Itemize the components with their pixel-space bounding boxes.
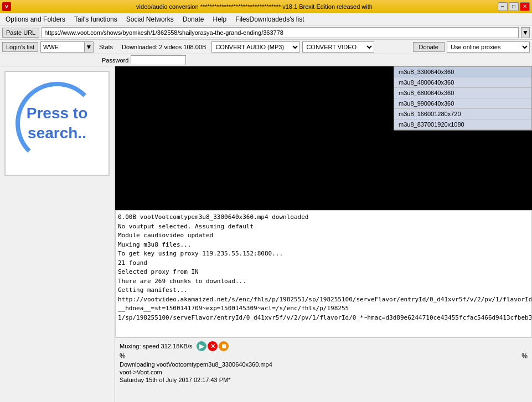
title-bar-text: video/audio conversion *****************… [11,3,498,10]
minimize-button[interactable]: − [498,2,508,11]
log-line: There are 269 chunks to download... [118,277,529,286]
percent-right: % [521,352,528,360]
stop-icon[interactable]: ✕ [208,341,218,351]
log-line: To get key using proxy 119.235.55.152:80… [118,249,529,259]
password-row: Password [0,54,532,66]
video-list-dropdown: m3u8_3300640x360 m3u8_4800640x360 m3u8_6… [394,66,532,130]
speed-text: Muxing: speed 312.18KB/s [120,343,192,349]
menu-social-networks[interactable]: Social Networks [122,14,178,24]
user-input[interactable] [40,41,85,53]
toolbar-row-1: Paste URL ▼ [0,25,532,40]
pause-icon[interactable]: ⏹ [219,341,229,351]
video-list-item-1[interactable]: m3u8_4800640x360 [394,77,531,88]
menu-tails-functions[interactable]: Tail's functions [70,14,122,24]
progress-icons: ▶ ✕ ⏹ [197,341,229,351]
video-container: m3u8_3300640x360 m3u8_4800640x360 m3u8_6… [115,66,532,210]
downloaded-label: Downloaded: 2 videos 108.00B [118,44,209,50]
video-list-item-0[interactable]: m3u8_3300640x360 [394,67,531,77]
menu-options-and-folders[interactable]: Options and Folders [1,14,70,24]
title-bar-controls: − □ ✕ [498,2,530,11]
menu-help[interactable]: Help [208,14,231,24]
log-area[interactable]: 0.00B vootVootcomtypem3u8_3300640x360.mp… [115,210,532,337]
log-line: Getting manifest... [118,286,529,295]
user-dropdown: ▼ [40,41,94,53]
url-input[interactable] [42,27,519,38]
log-line: 21 found [118,259,529,268]
thumbnail-area[interactable]: Press to search.. [4,71,110,176]
proxy-select[interactable]: Use online proxies No proxy Manual proxy [447,41,530,53]
bottom-area: Muxing: speed 312.18KB/s ▶ ✕ ⏹ % % Downl… [115,337,532,385]
log-line: 0.00B vootVootcomtypem3u8_3300640x360.mp… [118,213,529,222]
left-panel: Press to search.. [0,66,115,402]
log-line: Muxing m3u8 files... [118,241,529,250]
donate-button[interactable]: Donate [413,42,445,52]
speed-row: Muxing: speed 312.18KB/s ▶ ✕ ⏹ [120,341,528,351]
password-label: Password [102,57,128,64]
video-list-item-2[interactable]: m3u8_6800640x360 [394,88,531,98]
user-dropdown-arrow[interactable]: ▼ [85,41,94,53]
search-circle [16,82,99,165]
stats-label: Stats [96,44,116,50]
play-icon[interactable]: ▶ [197,341,206,351]
paste-url-button[interactable]: Paste URL [2,28,39,38]
percent-row: % % [120,352,528,360]
convert-video-select[interactable]: CONVERT VIDEO NO CONVERSION [302,41,374,53]
close-button[interactable]: ✕ [520,2,530,11]
log-line: http://vootvideo.akamaized.net/s/enc/fhl… [118,295,529,305]
log-line: __hdnea__=st=1500141709~exp=1500145309~a… [118,304,529,322]
log-line: Selected proxy from IN [118,268,529,277]
title-bar: v video/audio conversion ***************… [0,0,532,13]
app-icon: v [2,2,11,11]
video-list-item-3[interactable]: m3u8_9900640x360 [394,98,531,109]
convert-audio-select[interactable]: CONVERT AUDIO (MP3) CONVERT AUDIO (AAC) … [211,41,300,53]
center-panel: m3u8_3300640x360 m3u8_4800640x360 m3u8_6… [115,66,532,402]
downloading-text: Downloading vootVootcomtypem3u8_3300640x… [120,361,528,368]
video-list-item-5[interactable]: m3u8_837001920x1080 [394,119,531,130]
menu-donate[interactable]: Donate [178,14,209,24]
menu-files-downloads[interactable]: FilesDownloadeds's list [231,14,308,24]
menu-bar: Options and Folders Tail's functions Soc… [0,13,532,25]
log-line: Module caudiovideo updated [118,231,529,241]
voot-text: voot->Voot.com [120,369,528,375]
main-content: Press to search.. m3u8_3300640x360 m3u8_… [0,66,532,402]
log-line: No voutput selected. Assuming default [118,222,529,232]
percent-left: % [120,352,126,360]
date-text: Saturday 15th of July 2017 02:17:43 PM* [120,377,528,383]
video-list-item-4[interactable]: m3u8_166001280x720 [394,109,531,119]
url-dropdown-button[interactable]: ▼ [521,27,530,38]
logins-list-button[interactable]: Login's list [2,42,38,52]
toolbar-row-2: Login's list ▼ Stats Downloaded: 2 video… [0,40,532,54]
maximize-button[interactable]: □ [509,2,519,11]
password-input[interactable] [131,55,186,65]
